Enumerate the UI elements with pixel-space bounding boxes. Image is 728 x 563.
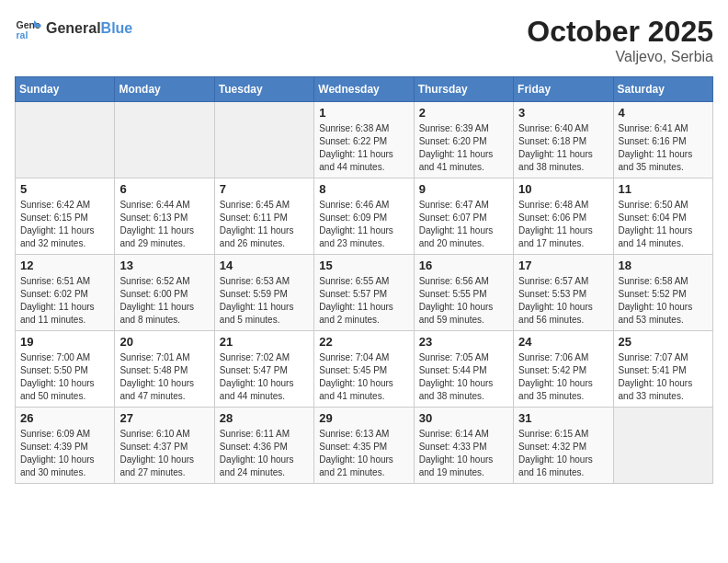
table-row: 18Sunrise: 6:58 AMSunset: 5:52 PMDayligh… [613, 255, 712, 331]
table-row: 15Sunrise: 6:55 AMSunset: 5:57 PMDayligh… [314, 255, 414, 331]
day-number: 29 [319, 411, 408, 425]
col-wednesday: Wednesday [314, 77, 414, 102]
day-number: 4 [619, 106, 708, 120]
logo-icon: Gene ral [15, 15, 42, 42]
day-info: Sunrise: 6:09 AMSunset: 4:39 PMDaylight:… [20, 428, 109, 479]
col-saturday: Saturday [613, 77, 712, 102]
day-info: Sunrise: 6:10 AMSunset: 4:37 PMDaylight:… [119, 428, 209, 479]
table-row: 6Sunrise: 6:44 AMSunset: 6:13 PMDaylight… [115, 178, 214, 255]
table-row: 8Sunrise: 6:46 AMSunset: 6:09 PMDaylight… [314, 178, 414, 255]
month-year: October 2025 [527, 15, 713, 49]
logo-text-blue: Blue [101, 20, 133, 36]
col-thursday: Thursday [414, 77, 513, 102]
day-number: 20 [119, 335, 209, 349]
day-number: 12 [20, 259, 109, 272]
day-number: 23 [419, 335, 508, 349]
table-row: 23Sunrise: 7:05 AMSunset: 5:44 PMDayligh… [414, 331, 513, 408]
day-info: Sunrise: 6:52 AMSunset: 6:00 PMDaylight:… [119, 275, 209, 327]
day-info: Sunrise: 6:41 AMSunset: 6:16 PMDaylight:… [619, 122, 708, 174]
table-row: 20Sunrise: 7:01 AMSunset: 5:48 PMDayligh… [115, 331, 214, 408]
table-row: 3Sunrise: 6:40 AMSunset: 6:18 PMDaylight… [514, 102, 613, 178]
calendar-table: Sunday Monday Tuesday Wednesday Thursday… [15, 76, 713, 484]
table-row: 30Sunrise: 6:14 AMSunset: 4:33 PMDayligh… [414, 408, 513, 484]
table-row: 25Sunrise: 7:07 AMSunset: 5:41 PMDayligh… [613, 331, 712, 408]
table-row [115, 102, 214, 178]
day-number: 24 [518, 335, 608, 349]
day-info: Sunrise: 6:13 AMSunset: 4:35 PMDaylight:… [319, 428, 408, 479]
day-info: Sunrise: 7:00 AMSunset: 5:50 PMDaylight:… [20, 351, 109, 403]
day-info: Sunrise: 6:51 AMSunset: 6:02 PMDaylight:… [20, 275, 109, 327]
col-friday: Friday [514, 77, 613, 102]
table-row: 29Sunrise: 6:13 AMSunset: 4:35 PMDayligh… [314, 408, 414, 484]
table-row: 5Sunrise: 6:42 AMSunset: 6:15 PMDaylight… [16, 178, 115, 255]
table-row: 11Sunrise: 6:50 AMSunset: 6:04 PMDayligh… [613, 178, 712, 255]
day-number: 15 [319, 259, 408, 272]
day-info: Sunrise: 6:53 AMSunset: 5:59 PMDaylight:… [220, 275, 309, 327]
day-info: Sunrise: 6:50 AMSunset: 6:04 PMDaylight:… [619, 199, 708, 250]
day-number: 13 [119, 259, 209, 272]
table-row: 4Sunrise: 6:41 AMSunset: 6:16 PMDaylight… [613, 102, 712, 178]
col-monday: Monday [115, 77, 214, 102]
table-row: 2Sunrise: 6:39 AMSunset: 6:20 PMDaylight… [414, 102, 513, 178]
day-info: Sunrise: 6:14 AMSunset: 4:33 PMDaylight:… [419, 428, 508, 479]
day-number: 9 [419, 182, 508, 196]
day-number: 6 [119, 182, 209, 196]
logo: Gene ral GeneralBlue [15, 15, 132, 42]
month-title: October 2025 Valjevo, Serbia [527, 15, 713, 65]
day-info: Sunrise: 6:39 AMSunset: 6:20 PMDaylight:… [419, 122, 508, 174]
day-info: Sunrise: 7:04 AMSunset: 5:45 PMDaylight:… [319, 351, 408, 403]
day-number: 10 [518, 182, 608, 196]
day-info: Sunrise: 7:07 AMSunset: 5:41 PMDaylight:… [619, 351, 708, 403]
table-row: 1Sunrise: 6:38 AMSunset: 6:22 PMDaylight… [314, 102, 414, 178]
calendar-week-row: 12Sunrise: 6:51 AMSunset: 6:02 PMDayligh… [16, 255, 713, 331]
day-number: 8 [319, 182, 408, 196]
svg-text:ral: ral [17, 29, 28, 40]
day-number: 1 [319, 106, 408, 120]
table-row [214, 102, 313, 178]
day-info: Sunrise: 6:55 AMSunset: 5:57 PMDaylight:… [319, 275, 408, 327]
day-info: Sunrise: 6:15 AMSunset: 4:32 PMDaylight:… [518, 428, 608, 479]
table-row: 26Sunrise: 6:09 AMSunset: 4:39 PMDayligh… [16, 408, 115, 484]
table-row: 10Sunrise: 6:48 AMSunset: 6:06 PMDayligh… [514, 178, 613, 255]
day-number: 7 [220, 182, 309, 196]
day-info: Sunrise: 6:48 AMSunset: 6:06 PMDaylight:… [518, 199, 608, 250]
day-info: Sunrise: 6:57 AMSunset: 5:53 PMDaylight:… [518, 275, 608, 327]
day-number: 27 [119, 411, 209, 425]
day-info: Sunrise: 7:02 AMSunset: 5:47 PMDaylight:… [220, 351, 309, 403]
table-row: 19Sunrise: 7:00 AMSunset: 5:50 PMDayligh… [16, 331, 115, 408]
day-info: Sunrise: 6:11 AMSunset: 4:36 PMDaylight:… [220, 428, 309, 479]
calendar-week-row: 19Sunrise: 7:00 AMSunset: 5:50 PMDayligh… [16, 331, 713, 408]
day-number: 17 [518, 259, 608, 272]
day-info: Sunrise: 7:01 AMSunset: 5:48 PMDaylight:… [119, 351, 209, 403]
day-number: 18 [619, 259, 708, 272]
table-row: 9Sunrise: 6:47 AMSunset: 6:07 PMDaylight… [414, 178, 513, 255]
day-number: 25 [619, 335, 708, 349]
day-info: Sunrise: 6:40 AMSunset: 6:18 PMDaylight:… [518, 122, 608, 174]
day-number: 30 [419, 411, 508, 425]
table-row: 7Sunrise: 6:45 AMSunset: 6:11 PMDaylight… [214, 178, 313, 255]
calendar-header-row: Sunday Monday Tuesday Wednesday Thursday… [16, 77, 713, 102]
table-row: 13Sunrise: 6:52 AMSunset: 6:00 PMDayligh… [115, 255, 214, 331]
col-tuesday: Tuesday [214, 77, 313, 102]
day-info: Sunrise: 6:46 AMSunset: 6:09 PMDaylight:… [319, 199, 408, 250]
day-number: 16 [419, 259, 508, 272]
svg-rect-3 [34, 25, 41, 28]
day-number: 31 [518, 411, 608, 425]
table-row [16, 102, 115, 178]
logo-text-general: General [46, 20, 101, 36]
table-row: 27Sunrise: 6:10 AMSunset: 4:37 PMDayligh… [115, 408, 214, 484]
day-info: Sunrise: 7:05 AMSunset: 5:44 PMDaylight:… [419, 351, 508, 403]
calendar-week-row: 5Sunrise: 6:42 AMSunset: 6:15 PMDaylight… [16, 178, 713, 255]
day-number: 26 [20, 411, 109, 425]
location: Valjevo, Serbia [527, 49, 713, 65]
table-row: 31Sunrise: 6:15 AMSunset: 4:32 PMDayligh… [514, 408, 613, 484]
col-sunday: Sunday [16, 77, 115, 102]
table-row: 22Sunrise: 7:04 AMSunset: 5:45 PMDayligh… [314, 331, 414, 408]
day-number: 11 [619, 182, 708, 196]
day-info: Sunrise: 6:45 AMSunset: 6:11 PMDaylight:… [220, 199, 309, 250]
table-row: 17Sunrise: 6:57 AMSunset: 5:53 PMDayligh… [514, 255, 613, 331]
day-number: 22 [319, 335, 408, 349]
day-info: Sunrise: 7:06 AMSunset: 5:42 PMDaylight:… [518, 351, 608, 403]
day-number: 2 [419, 106, 508, 120]
table-row: 14Sunrise: 6:53 AMSunset: 5:59 PMDayligh… [214, 255, 313, 331]
